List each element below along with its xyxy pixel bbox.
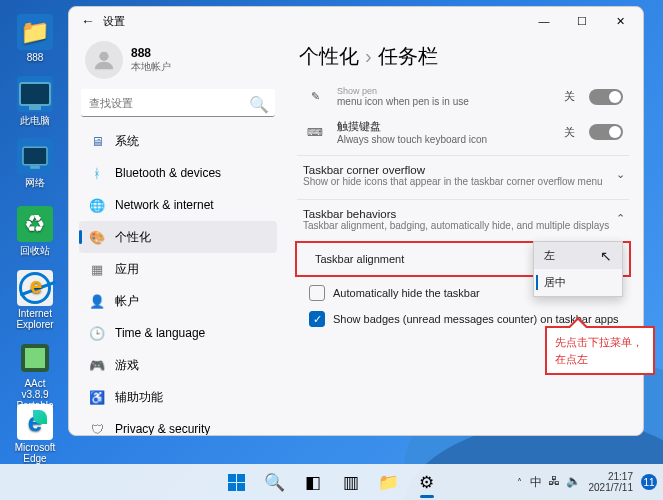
- main-panel: 个性化›任务栏 ✎ Show penmenu icon when pen is …: [287, 35, 643, 435]
- settings-taskbar-button[interactable]: ⚙: [410, 467, 444, 497]
- icon-label: Internet Explorer: [10, 308, 60, 330]
- sidebar-item-5[interactable]: 👤帐户: [79, 285, 277, 317]
- notification-badge[interactable]: 11: [641, 474, 657, 490]
- nav-label: 应用: [115, 261, 139, 278]
- desktop-icon-edge[interactable]: Microsoft Edge: [10, 404, 60, 464]
- keyboard-icon: ⌨: [303, 126, 327, 139]
- nav-label: 游戏: [115, 357, 139, 374]
- sidebar-item-2[interactable]: 🌐Network & internet: [79, 189, 277, 221]
- row-sub: Always show touch keyboard icon: [337, 134, 554, 145]
- row-sub: menu icon when pen is in use: [337, 96, 554, 107]
- pen-row[interactable]: ✎ Show penmenu icon when pen is in use 关: [297, 80, 629, 113]
- sidebar-item-0[interactable]: 🖥系统: [79, 125, 277, 157]
- overflow-section[interactable]: Taskbar corner overflow Show or hide ico…: [297, 155, 629, 195]
- cursor-icon: ↖: [600, 248, 612, 264]
- highlight-box: Taskbar alignment 左↖ 居中: [295, 241, 631, 277]
- nav-label: 系统: [115, 133, 139, 150]
- checkbox-label: Automatically hide the taskbar: [333, 287, 480, 299]
- nav-icon: 🎨: [89, 229, 105, 245]
- section-sub: Show or hide icons that appear in the ta…: [303, 176, 623, 187]
- section-sub: Taskbar alignment, badging, automaticall…: [303, 220, 623, 231]
- nav-label: 帐户: [115, 293, 139, 310]
- nav-icon: 🎮: [89, 357, 105, 373]
- maximize-button[interactable]: ☐: [563, 7, 601, 35]
- breadcrumb-current: 任务栏: [378, 45, 438, 67]
- callout-line: 先点击下拉菜单，: [555, 334, 645, 351]
- close-button[interactable]: ✕: [601, 7, 639, 35]
- nav-icon: ♿: [89, 389, 105, 405]
- toggle-state: 关: [564, 125, 575, 140]
- breadcrumb: 个性化›任务栏: [299, 43, 629, 70]
- language-icon[interactable]: 中: [530, 474, 542, 491]
- sidebar-item-4[interactable]: ▦应用: [79, 253, 277, 285]
- toggle-switch[interactable]: [589, 124, 623, 140]
- start-button[interactable]: [220, 467, 254, 497]
- clock[interactable]: 21:17 2021/7/11: [589, 471, 634, 493]
- icon-label: 网络: [10, 176, 60, 190]
- breadcrumb-parent[interactable]: 个性化: [299, 45, 359, 67]
- desktop-icon-pc[interactable]: 此电脑: [10, 76, 60, 128]
- row-title: Show pen: [337, 86, 554, 96]
- desktop-icon-recycle[interactable]: 回收站: [10, 206, 60, 258]
- taskbar-alignment-row: Taskbar alignment 左↖ 居中: [303, 247, 623, 269]
- search-box[interactable]: 🔍: [81, 89, 275, 117]
- icon-label: 回收站: [10, 244, 60, 258]
- touch-keyboard-row[interactable]: ⌨ 触摸键盘Always show touch keyboard icon 关: [297, 113, 629, 151]
- nav-label: Bluetooth & devices: [115, 166, 221, 180]
- chevron-up-icon[interactable]: ˄: [517, 477, 522, 488]
- alignment-dropdown[interactable]: 左↖ 居中: [533, 241, 623, 297]
- nav-icon: 👤: [89, 293, 105, 309]
- toggle-switch[interactable]: [589, 89, 623, 105]
- behaviors-section[interactable]: Taskbar behaviors Taskbar alignment, bad…: [297, 199, 629, 239]
- icon-label: Microsoft Edge: [10, 442, 60, 464]
- nav-icon: 🖥: [89, 133, 105, 149]
- sidebar-item-8[interactable]: ♿辅助功能: [79, 381, 277, 413]
- desktop-icon-network[interactable]: 网络: [10, 138, 60, 190]
- row-title: 触摸键盘: [337, 119, 554, 134]
- titlebar: ← 设置 — ☐ ✕: [69, 7, 643, 35]
- callout-line: 在点左: [555, 351, 645, 368]
- desktop-icon-ie[interactable]: Internet Explorer: [10, 270, 60, 330]
- nav-label: 个性化: [115, 229, 151, 246]
- sidebar-item-3[interactable]: 🎨个性化: [79, 221, 277, 253]
- sidebar-item-1[interactable]: ᚼBluetooth & devices: [79, 157, 277, 189]
- search-button[interactable]: 🔍: [258, 467, 292, 497]
- time-text: 21:17: [589, 471, 634, 482]
- section-title: Taskbar corner overflow: [303, 164, 623, 176]
- network-icon[interactable]: 🖧: [548, 474, 560, 491]
- desktop-icon-folder[interactable]: 888: [10, 14, 60, 63]
- minimize-button[interactable]: —: [525, 7, 563, 35]
- section-title: Taskbar behaviors: [303, 208, 623, 220]
- account-name: 888: [131, 46, 171, 60]
- account-block[interactable]: 888 本地帐户: [79, 39, 277, 89]
- window-title: 设置: [103, 14, 125, 29]
- nav-label: 辅助功能: [115, 389, 163, 406]
- nav-label: Time & language: [115, 326, 205, 340]
- desktop-icon-aact[interactable]: AAct v3.8.9 Portable: [10, 340, 60, 411]
- sidebar-item-7[interactable]: 🎮游戏: [79, 349, 277, 381]
- dropdown-option-left[interactable]: 左↖: [534, 242, 622, 269]
- widgets-button[interactable]: ▥: [334, 467, 368, 497]
- dropdown-option-center[interactable]: 居中: [534, 269, 622, 296]
- back-button[interactable]: ←: [73, 13, 103, 29]
- avatar-icon: [85, 41, 123, 79]
- nav-icon: ▦: [89, 261, 105, 277]
- nav-label: Privacy & security: [115, 422, 210, 435]
- explorer-button[interactable]: 📁: [372, 467, 406, 497]
- toggle-state: 关: [564, 89, 575, 104]
- nav-icon: 🌐: [89, 197, 105, 213]
- nav-label: Network & internet: [115, 198, 214, 212]
- nav-icon: 🛡: [89, 421, 105, 435]
- sidebar-item-9[interactable]: 🛡Privacy & security: [79, 413, 277, 435]
- system-tray[interactable]: 中🖧🔈: [530, 474, 581, 491]
- checkbox[interactable]: [309, 285, 325, 301]
- checkbox-checked[interactable]: ✓: [309, 311, 325, 327]
- task-view-button[interactable]: ◧: [296, 467, 330, 497]
- svg-point-2: [99, 52, 108, 61]
- search-icon: 🔍: [249, 95, 269, 114]
- search-input[interactable]: [81, 89, 275, 117]
- instruction-callout: 先点击下拉菜单， 在点左: [545, 326, 655, 375]
- volume-icon[interactable]: 🔈: [566, 474, 581, 491]
- account-sub: 本地帐户: [131, 60, 171, 74]
- sidebar-item-6[interactable]: 🕒Time & language: [79, 317, 277, 349]
